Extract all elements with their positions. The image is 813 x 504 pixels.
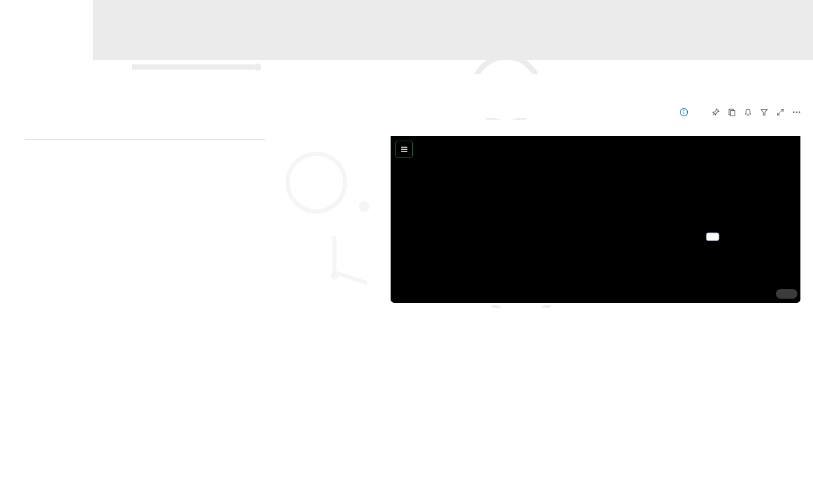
more-options-icon[interactable] [792, 108, 801, 117]
alert-icon[interactable] [744, 108, 752, 117]
offense-map[interactable] [391, 136, 800, 303]
crime-table-header [25, 125, 265, 139]
panel-watermark [274, 129, 379, 296]
focus-mode-icon[interactable] [776, 108, 785, 117]
copy-icon[interactable] [727, 108, 736, 117]
route-shield-405 [706, 233, 719, 241]
header-band [93, 0, 813, 60]
crime-table-panel [20, 120, 386, 305]
visual-toolbar [676, 105, 805, 119]
map-area [391, 136, 800, 303]
offense-map-panel [388, 120, 803, 305]
filter-icon[interactable] [760, 108, 769, 117]
mcpp-panel [388, 308, 803, 499]
info-icon[interactable] [679, 108, 688, 117]
pin-icon[interactable] [711, 108, 720, 117]
list-icon [400, 145, 409, 154]
seastat-panel [20, 308, 176, 499]
precinct-panel [180, 308, 386, 499]
esri-attribution [776, 289, 797, 299]
map-legend-button[interactable] [395, 141, 413, 158]
